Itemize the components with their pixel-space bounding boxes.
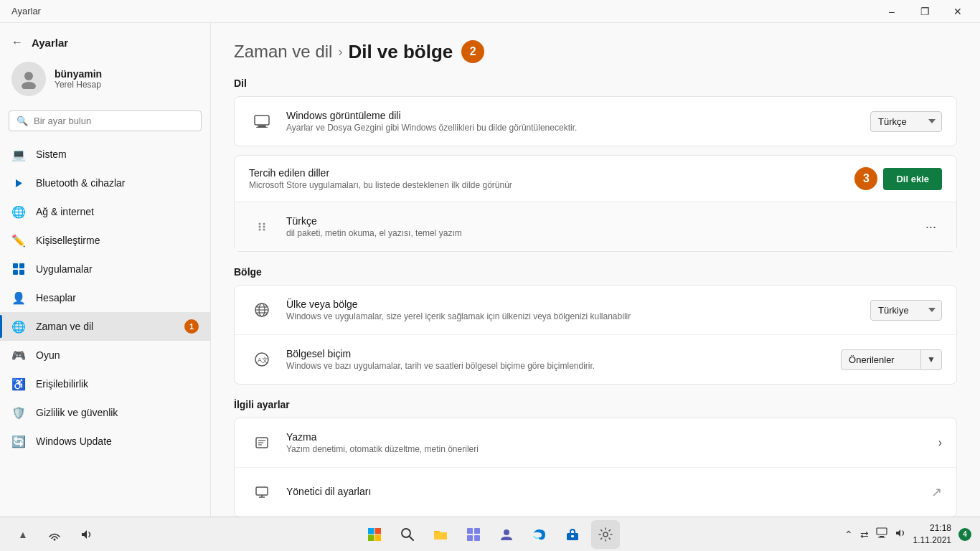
breadcrumb: Zaman ve dil › Dil ve bölge 2 [234, 40, 957, 63]
country-row: Ülke veya bölge Windows ve uygulamalar, … [235, 286, 956, 334]
sidebar-item-bluetooth[interactable]: Bluetooth & cihazlar [0, 169, 210, 197]
teams-taskbar[interactable] [492, 520, 521, 549]
network-tray-icon[interactable] [40, 520, 69, 549]
minimize-button[interactable]: – [875, 0, 908, 23]
sidebar-item-hesaplar[interactable]: 👤 Hesaplar [0, 283, 210, 312]
regional-format-expand[interactable]: ▼ [920, 350, 941, 369]
add-lang-button[interactable]: Dil ekle [883, 168, 942, 190]
country-text: Ülke veya bölge Windows ve uygulamalar, … [286, 298, 859, 321]
regional-format-title: Bölgesel biçim [286, 348, 829, 359]
svg-rect-4 [13, 270, 18, 275]
user-info: bünyamin Yerel Hesap [55, 68, 102, 90]
country-select[interactable]: Türkiye [870, 300, 942, 321]
preferred-langs-row: Tercih edilen diller Microsoft Store uyg… [235, 156, 956, 202]
store2-taskbar[interactable] [558, 520, 587, 549]
content-area: Zaman ve dil › Dil ve bölge 2 Dil Window… [211, 23, 980, 517]
country-control[interactable]: Türkiye [870, 300, 942, 321]
title-bar-title: Ayarlar [11, 6, 41, 17]
sidebar: ← Ayarlar bünyamin Yerel Hesap 🔍 [0, 23, 211, 517]
ilgili-card: Yazma Yazım denetimi, otomatik düzeltme,… [234, 418, 957, 517]
sidebar-app-title: Ayarlar [32, 37, 68, 49]
display-lang-text: Windows görüntüleme dili Ayarlar ve Dosy… [286, 110, 859, 133]
tray-expand-icon[interactable]: ⌃ [843, 527, 854, 542]
svg-point-11 [259, 226, 261, 228]
sidebar-item-label-kisisel: Kişiselleştirme [36, 235, 100, 246]
store-taskbar[interactable] [459, 520, 488, 549]
start-button[interactable] [360, 520, 389, 549]
windows-display-lang-row: Windows görüntüleme dili Ayarlar ve Dosy… [235, 97, 956, 146]
sidebar-item-label-zaman: Zaman ve dil [36, 321, 93, 332]
sidebar-item-zaman[interactable]: 🌐 Zaman ve dil 1 [0, 312, 210, 341]
bluetooth-icon [11, 176, 26, 190]
breadcrumb-separator: › [338, 44, 342, 60]
sidebar-item-gizlilik[interactable]: 🛡️ Gizlilik ve güvenlik [0, 398, 210, 427]
sidebar-item-kisisel[interactable]: ✏️ Kişiselleştirme [0, 226, 210, 255]
regional-format-control[interactable]: Önerilenler ▼ [841, 349, 942, 370]
yazma-title: Yazma [286, 431, 927, 443]
file-explorer-taskbar[interactable] [426, 520, 455, 549]
svg-rect-32 [368, 534, 374, 541]
gizlilik-icon: 🛡️ [11, 405, 26, 420]
country-title: Ülke veya bölge [286, 298, 859, 310]
regional-format-text: Bölgesel biçim Windows ve bazı uygulamal… [286, 348, 829, 371]
svg-rect-7 [258, 126, 266, 127]
breadcrumb-parent[interactable]: Zaman ve dil [234, 42, 332, 62]
taskbar-expand-icon[interactable]: ▲ [9, 520, 37, 549]
ilgili-section: İlgili ayarlar Yazma Yazım dene [234, 399, 957, 517]
search-input[interactable] [34, 116, 194, 126]
edge-taskbar[interactable] [525, 520, 554, 549]
turkish-lang-more-button[interactable]: ··· [920, 217, 942, 237]
country-icon [249, 297, 275, 323]
taskbar-clock[interactable]: 21:18 1.11.2021 [913, 522, 951, 547]
preferred-langs-title: Tercih edilen diller [249, 167, 843, 179]
tray-display-icon[interactable] [875, 526, 889, 542]
sidebar-item-uygulamalar[interactable]: Uygulamalar [0, 255, 210, 283]
regional-format-icon: A文 [249, 347, 275, 372]
display-lang-control[interactable]: Türkçe [870, 111, 942, 132]
time-text: 21:18 [913, 522, 951, 534]
maximize-button[interactable]: ❐ [908, 0, 941, 23]
back-button[interactable]: ← [9, 33, 26, 52]
drag-handle-icon [249, 214, 275, 240]
settings-taskbar[interactable] [591, 520, 620, 549]
yonetici-row[interactable]: Yönetici dil ayarları ↗ [235, 467, 956, 517]
ilgili-section-title: İlgili ayarlar [234, 399, 957, 410]
regional-format-select[interactable]: Önerilenler [842, 350, 920, 369]
erisim-icon: ♿ [11, 377, 26, 391]
sidebar-item-label-network: Ağ & internet [36, 206, 94, 217]
yonetici-icon [249, 479, 275, 505]
display-lang-select[interactable]: Türkçe [870, 111, 942, 132]
sistem-icon: 💻 [11, 147, 26, 161]
close-button[interactable]: ✕ [941, 0, 974, 23]
sidebar-item-update[interactable]: 🔄 Windows Update [0, 427, 210, 456]
sidebar-item-erisim[interactable]: ♿ Erişilebilirlik [0, 369, 210, 398]
svg-rect-42 [571, 535, 574, 537]
windows-display-lang-card: Windows görüntüleme dili Ayarlar ve Dosy… [234, 96, 957, 146]
search-taskbar-button[interactable] [393, 520, 422, 549]
svg-rect-31 [375, 528, 382, 534]
yazma-text: Yazma Yazım denetimi, otomatik düzeltme,… [286, 431, 927, 454]
svg-rect-3 [19, 263, 24, 268]
notification-badge[interactable]: 4 [958, 528, 971, 541]
svg-rect-8 [256, 127, 268, 128]
svg-rect-5 [19, 270, 24, 275]
sidebar-item-label-oyun: Oyun [36, 349, 60, 361]
display-lang-title: Windows görüntüleme dili [286, 110, 859, 121]
yazma-icon [249, 430, 275, 456]
volume-tray-icon[interactable] [72, 520, 100, 549]
breadcrumb-badge: 2 [461, 40, 484, 63]
sidebar-item-sistem[interactable]: 💻 Sistem [0, 140, 210, 169]
sidebar-item-network[interactable]: 🌐 Ağ & internet [0, 197, 210, 226]
tray-sync-icon[interactable]: ⇄ [859, 527, 870, 542]
regional-format-dropdown[interactable]: Önerilenler ▼ [841, 349, 942, 370]
svg-rect-36 [467, 528, 473, 534]
sidebar-item-oyun[interactable]: 🎮 Oyun [0, 341, 210, 369]
account-type: Yerel Hesap [55, 80, 102, 90]
search-box[interactable]: 🔍 [9, 110, 202, 131]
svg-point-14 [263, 229, 265, 231]
preferred-langs-desc: Microsoft Store uygulamaları, bu listede… [249, 180, 843, 190]
tray-volume-icon[interactable] [893, 526, 908, 542]
main-area: ← Ayarlar bünyamin Yerel Hesap 🔍 [0, 23, 980, 517]
yazma-row[interactable]: Yazma Yazım denetimi, otomatik düzeltme,… [235, 418, 956, 467]
preferred-langs-card: Tercih edilen diller Microsoft Store uyg… [234, 155, 957, 252]
